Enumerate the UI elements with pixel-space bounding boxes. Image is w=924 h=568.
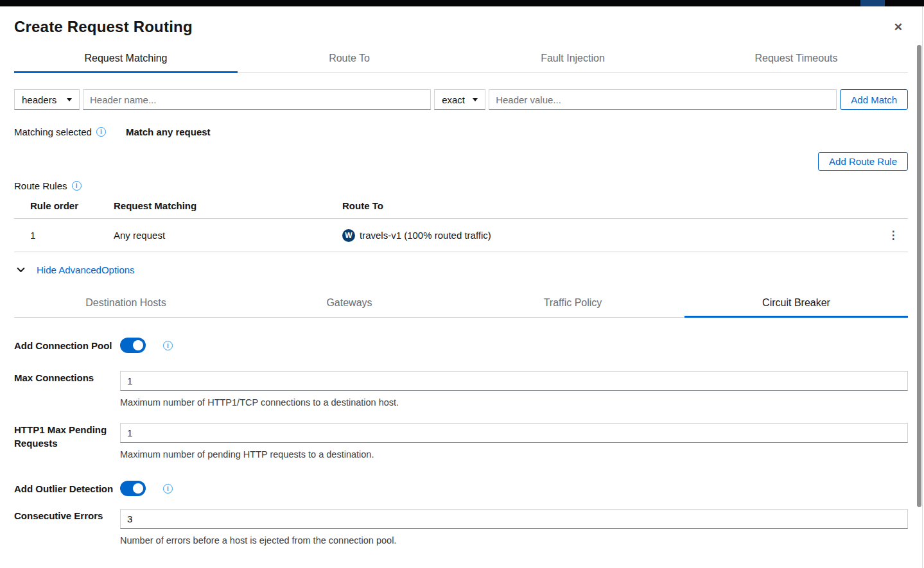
tab-traffic-policy[interactable]: Traffic Policy (461, 292, 684, 318)
workload-badge-icon: W (342, 229, 355, 242)
matching-selected-label: Matching selected (14, 126, 92, 137)
max-connections-helper: Maximum number of HTTP1/TCP connections … (120, 397, 908, 408)
match-operator-select[interactable]: exact (434, 89, 485, 110)
route-to-text: travels-v1 (100% routed traffic) (360, 230, 491, 241)
matching-selected-value: Match any request (126, 126, 211, 137)
header-value-input[interactable] (489, 89, 837, 110)
vertical-scrollbar[interactable] (917, 45, 921, 507)
column-header-request-matching: Request Matching (114, 200, 342, 211)
window-edge (922, 6, 923, 568)
info-icon[interactable]: i (163, 484, 173, 494)
tab-gateways[interactable]: Gateways (238, 292, 461, 318)
tab-destination-hosts[interactable]: Destination Hosts (14, 292, 238, 318)
create-request-routing-modal: Create Request Routing ✕ Request Matchin… (0, 6, 914, 568)
tab-circuit-breaker[interactable]: Circuit Breaker (684, 292, 908, 318)
add-route-rule-button[interactable]: Add Route Rule (818, 152, 908, 171)
masthead-nav-accent (860, 0, 885, 6)
info-icon[interactable]: i (72, 181, 82, 191)
page-title: Create Request Routing (14, 18, 193, 36)
tab-request-matching[interactable]: Request Matching (14, 47, 238, 73)
wizard-tabs: Request Matching Route To Fault Injectio… (14, 47, 908, 73)
max-connections-label: Max Connections (14, 371, 120, 408)
close-icon[interactable]: ✕ (894, 22, 903, 33)
rule-order-cell: 1 (14, 230, 114, 241)
consecutive-errors-helper: Number of errors before a host is ejecte… (120, 535, 908, 546)
hide-advanced-options-link[interactable]: Hide AdvancedOptions (37, 264, 135, 275)
table-header-row: Rule order Request Matching Route To (14, 196, 908, 219)
tab-fault-injection[interactable]: Fault Injection (461, 47, 684, 73)
add-connection-pool-toggle[interactable] (120, 338, 146, 353)
advanced-tabs: Destination Hosts Gateways Traffic Polic… (14, 292, 908, 318)
info-icon[interactable]: i (163, 341, 173, 350)
chevron-down-icon[interactable] (17, 266, 25, 274)
consecutive-errors-label: Consecutive Errors (14, 509, 120, 546)
match-category-select[interactable]: headers (14, 89, 80, 110)
request-matching-cell: Any request (114, 230, 342, 241)
add-match-button[interactable]: Add Match (840, 89, 908, 110)
header-name-input[interactable] (83, 89, 431, 110)
http1-max-pending-requests-helper: Maximum number of pending HTTP requests … (120, 449, 908, 460)
column-header-route-to: Route To (342, 200, 878, 211)
caret-down-icon (67, 98, 72, 101)
route-rules-table: Rule order Request Matching Route To 1 A… (14, 196, 908, 252)
tab-route-to[interactable]: Route To (238, 47, 461, 73)
masthead-bar (0, 0, 924, 6)
add-connection-pool-label: Add Connection Pool (14, 339, 120, 352)
match-category-value: headers (22, 94, 57, 105)
kebab-menu-icon[interactable]: ⋮ (888, 230, 899, 241)
max-connections-input[interactable] (120, 371, 908, 391)
tab-request-timeouts[interactable]: Request Timeouts (684, 47, 908, 73)
route-rules-section-label: Route Rules (14, 180, 67, 191)
add-outlier-detection-label: Add Outlier Detection (14, 482, 120, 495)
consecutive-errors-input[interactable] (120, 509, 908, 529)
match-operator-value: exact (442, 94, 465, 105)
route-to-cell: W travels-v1 (100% routed traffic) (342, 229, 878, 242)
http1-max-pending-requests-input[interactable] (120, 423, 908, 443)
caret-down-icon (473, 98, 478, 101)
info-icon[interactable]: i (96, 127, 106, 137)
add-outlier-detection-toggle[interactable] (120, 481, 146, 496)
table-row: 1 Any request W travels-v1 (100% routed … (14, 219, 908, 252)
http1-max-pending-requests-label: HTTP1 Max Pending Requests (14, 423, 120, 460)
column-header-rule-order: Rule order (14, 200, 114, 211)
